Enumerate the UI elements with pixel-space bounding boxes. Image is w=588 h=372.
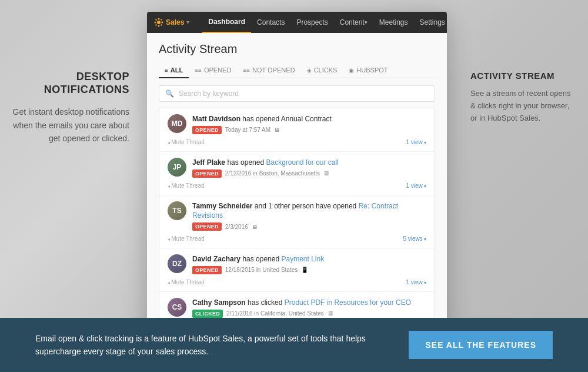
nav-content[interactable]: Content [334, 12, 373, 33]
tab-opened-icon: ≡≡ [195, 67, 202, 74]
activity-list: MD Matt Davidson has opened Annual Contr… [159, 108, 435, 336]
activity-body: Matt Davidson has opened Annual Contract… [192, 114, 426, 134]
activity-text: Jeff Plake has opened Background for our… [192, 158, 426, 168]
tab-opened[interactable]: ≡≡ OPENED [189, 63, 237, 78]
right-panel-desc: See a stream of recent opens & clicks ri… [470, 88, 576, 124]
avatar: DZ [168, 254, 186, 273]
tab-not-opened[interactable]: ≡≡ NOT OPENED [237, 63, 300, 78]
activity-body: Cathy Sampson has clicked Product PDF in… [192, 298, 426, 318]
avatar: CS [168, 298, 186, 317]
activity-footer: Mute Thread 1 view [168, 277, 426, 285]
status-badge: OPENED [192, 170, 222, 178]
activity-footer: Mute Thread 1 view [168, 180, 426, 189]
activity-meta: CLICKED 2/11/2016 in California, United … [192, 310, 426, 318]
avatar: MD [168, 114, 186, 133]
bottom-bar-text: Email open & click tracking is a feature… [35, 332, 391, 358]
device-icon: 🖥 [328, 310, 333, 317]
activity-footer: Mute Thread 5 views [168, 233, 426, 242]
main-content: DESKTOP NOTIFICATIONS Get instant deskto… [0, 0, 588, 318]
table-row: JP Jeff Plake has opened Background for … [159, 152, 435, 195]
hubspot-sprocket-icon [154, 18, 163, 27]
left-panel-desc: Get instant desktop notifications when t… [12, 105, 129, 145]
meta-timestamp: 2/11/2016 in California, United States [226, 310, 324, 317]
left-panel-title: DESKTOP NOTIFICATIONS [12, 71, 129, 96]
right-panel-title: ACTIVITY STREAM [470, 71, 576, 81]
activity-meta: OPENED Today at 7:57 AM 🖥 [192, 126, 426, 134]
search-icon: 🔍 [165, 89, 174, 98]
meta-timestamp: 12/18/2015 in United States [225, 267, 298, 273]
nav-items: Dashboard Contacts Prospects Content Mee… [202, 12, 447, 33]
browser-navbar: Sales ▾ Dashboard Contacts Prospects Con… [147, 12, 447, 33]
activity-link[interactable]: Background for our call [266, 158, 338, 167]
activity-stream-title: Activity Stream [159, 42, 435, 56]
tab-all-icon: ≡ [165, 67, 168, 74]
nav-prospects[interactable]: Prospects [290, 12, 333, 33]
meta-timestamp: 2/3/2016 [225, 224, 248, 230]
hubspot-sales-label: Sales [166, 18, 184, 26]
meta-timestamp: Today at 7:57 AM [225, 127, 270, 133]
avatar: JP [168, 158, 186, 177]
search-placeholder: Search by keyword [179, 89, 239, 98]
status-badge: CLICKED [192, 310, 223, 318]
activity-text: Matt Davidson has opened Annual Contract [192, 114, 426, 124]
mute-thread-button[interactable]: Mute Thread [168, 279, 205, 285]
bottom-bar: Email open & click tracking is a feature… [0, 318, 588, 372]
hubspot-logo: Sales ▾ [154, 18, 194, 27]
mute-thread-button[interactable]: Mute Thread [168, 139, 205, 145]
device-icon: 📱 [301, 267, 308, 273]
nav-dashboard[interactable]: Dashboard [202, 12, 251, 33]
nav-meetings[interactable]: Meetings [373, 12, 414, 33]
view-count[interactable]: 5 views [403, 235, 426, 242]
tab-clicks[interactable]: ◈ CLICKS [301, 63, 343, 78]
activity-body: David Zachary has opened Payment Link OP… [192, 254, 426, 274]
activity-content: Activity Stream ≡ ALL ≡≡ OPENED ≡≡ NOT O… [147, 33, 447, 345]
table-row: TS Tammy Schneider and 1 other person ha… [159, 195, 435, 249]
sales-dropdown-icon[interactable]: ▾ [186, 19, 189, 25]
status-badge: OPENED [192, 266, 222, 274]
view-count[interactable]: 1 view [406, 139, 426, 145]
view-count[interactable]: 1 view [406, 182, 426, 189]
table-row: DZ David Zachary has opened Payment Link… [159, 248, 435, 292]
svg-point-1 [158, 18, 160, 20]
activity-text: David Zachary has opened Payment Link [192, 254, 426, 264]
device-icon: 🖥 [274, 127, 280, 133]
svg-point-5 [155, 19, 156, 20]
activity-meta: OPENED 12/18/2015 in United States 📱 [192, 266, 426, 274]
activity-tabs: ≡ ALL ≡≡ OPENED ≡≡ NOT OPENED ◈ CLICKS ◉ [159, 63, 435, 78]
svg-point-4 [162, 22, 163, 24]
mute-thread-button[interactable]: Mute Thread [168, 182, 205, 189]
see-all-features-button[interactable]: SEE ALL THE FEATURES [409, 331, 553, 359]
avatar: TS [168, 201, 186, 220]
left-panel: DESKTOP NOTIFICATIONS Get instant deskto… [0, 0, 141, 157]
activity-text: Tammy Schneider and 1 other person have … [192, 201, 426, 221]
status-badge: OPENED [192, 222, 222, 231]
nav-settings[interactable]: Settings [414, 12, 447, 33]
activity-body: Jeff Plake has opened Background for our… [192, 158, 426, 178]
tab-hubspot-icon: ◉ [349, 67, 354, 74]
activity-meta: OPENED 2/3/2016 🖥 [192, 222, 426, 231]
svg-point-3 [155, 22, 156, 24]
activity-body: Tammy Schneider and 1 other person have … [192, 201, 426, 231]
svg-point-7 [161, 19, 162, 20]
activity-text: Cathy Sampson has clicked Product PDF in… [192, 298, 426, 308]
svg-point-8 [155, 24, 156, 25]
activity-link[interactable]: Payment Link [281, 255, 324, 263]
meta-timestamp: 2/12/2016 in Boston, Massachusetts [225, 170, 320, 177]
tab-all[interactable]: ≡ ALL [159, 63, 189, 78]
tab-clicks-icon: ◈ [307, 67, 312, 74]
activity-link[interactable]: Product PDF in Resources for your CEO [285, 298, 411, 307]
search-bar[interactable]: 🔍 Search by keyword [159, 85, 435, 102]
activity-footer: Mute Thread 1 view [168, 137, 426, 145]
nav-contacts[interactable]: Contacts [251, 12, 290, 33]
device-icon: 🖥 [252, 224, 258, 230]
right-panel: ACTIVITY STREAM See a stream of recent o… [459, 0, 588, 136]
status-badge: OPENED [192, 126, 222, 134]
svg-point-2 [158, 25, 160, 27]
table-row: MD Matt Davidson has opened Annual Contr… [159, 108, 435, 152]
svg-point-0 [157, 21, 161, 24]
tab-hubspot[interactable]: ◉ HUBSPOT [343, 63, 393, 78]
activity-meta: OPENED 2/12/2016 in Boston, Massachusett… [192, 170, 426, 178]
tab-not-opened-icon: ≡≡ [243, 67, 250, 74]
mute-thread-button[interactable]: Mute Thread [168, 235, 205, 242]
view-count[interactable]: 1 view [406, 279, 426, 285]
